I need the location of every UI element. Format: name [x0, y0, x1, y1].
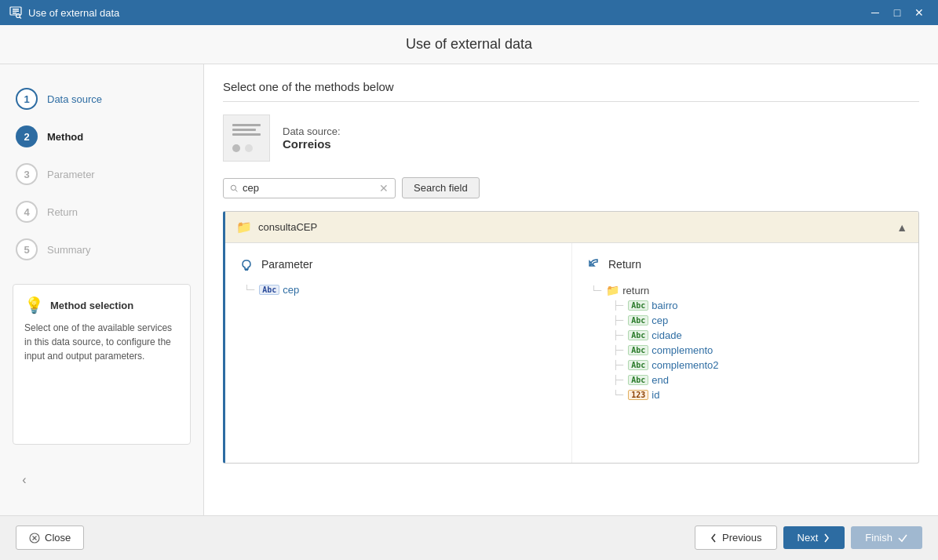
- minimize-button[interactable]: ─: [866, 3, 885, 22]
- search-row: ✕ Search field: [223, 177, 919, 198]
- close-window-button[interactable]: ✕: [910, 3, 929, 22]
- svg-rect-2: [13, 11, 19, 13]
- step-3-circle: 3: [16, 163, 38, 185]
- svg-point-6: [231, 185, 235, 190]
- parameter-icon: [238, 256, 255, 273]
- tree-item-complemento[interactable]: ├─ Abc complemento: [613, 343, 906, 358]
- parameter-column: Parameter └─ Abc cep: [225, 243, 572, 463]
- tree-item-id[interactable]: └─ 123 id: [613, 387, 906, 402]
- step-5-circle: 5: [16, 238, 38, 260]
- sidebar-collapse-button[interactable]: ‹: [13, 468, 36, 492]
- step-2-method[interactable]: 2 Method: [0, 118, 203, 155]
- close-button[interactable]: Close: [16, 525, 84, 550]
- datasource-name: Correios: [283, 137, 341, 151]
- datasource-label: Data source:: [283, 125, 341, 137]
- step-3-label: Parameter: [47, 169, 95, 180]
- tree-item-cep-return[interactable]: ├─ Abc cep: [613, 313, 906, 328]
- next-button[interactable]: Next: [783, 526, 845, 549]
- chevron-right-icon: [823, 533, 830, 544]
- svg-line-5: [20, 17, 21, 19]
- bulb-icon: 💡: [24, 296, 44, 315]
- tree-item-cidade[interactable]: ├─ Abc cidade: [613, 328, 906, 343]
- datasource-info: Data source: Correios: [223, 115, 919, 162]
- chevron-left-icon: [710, 533, 717, 544]
- svg-rect-3: [13, 13, 16, 14]
- step-3-parameter[interactable]: 3 Parameter: [0, 155, 203, 193]
- tree-return-folder[interactable]: └─ 📁 return: [591, 282, 906, 298]
- tree-item-bairro[interactable]: ├─ Abc bairro: [613, 298, 906, 313]
- datasource-icon-box: [223, 115, 270, 162]
- return-icon: [585, 256, 602, 273]
- step-1-datasource[interactable]: 1 Data source: [0, 80, 203, 118]
- svg-line-7: [235, 189, 238, 191]
- titlebar-text: Use of external data: [28, 7, 119, 19]
- app-icon: [9, 6, 22, 19]
- param-cep-label: cep: [283, 284, 299, 296]
- content-header: Select one of the methods below: [223, 80, 919, 102]
- search-input[interactable]: [243, 182, 374, 194]
- finish-button[interactable]: Finish: [851, 526, 922, 549]
- tree-item-cep-param[interactable]: └─ Abc cep: [244, 282, 559, 297]
- search-clear-button[interactable]: ✕: [379, 182, 389, 195]
- maximize-button[interactable]: □: [888, 3, 907, 22]
- return-column: Return └─ 📁 return ├─ Abc bairro: [572, 243, 918, 463]
- title-bar: Use of external data ─ □ ✕: [0, 0, 938, 25]
- search-input-wrap: ✕: [223, 178, 396, 198]
- info-box-body: Select one of the available services in …: [24, 321, 179, 363]
- search-field-button[interactable]: Search field: [402, 177, 480, 198]
- step-4-circle: 4: [16, 201, 38, 223]
- checkmark-icon: [897, 533, 908, 544]
- sidebar: 1 Data source 2 Method 3 Parameter 4 Ret…: [0, 64, 204, 515]
- folder-name: consultaCEP: [258, 221, 317, 233]
- search-icon: [230, 183, 238, 194]
- folder-icon: 📁: [236, 220, 252, 235]
- results-panel: 📁 consultaCEP ▲ Parameter: [223, 211, 919, 464]
- step-4-label: Return: [47, 206, 78, 218]
- close-circle-icon: [29, 533, 40, 544]
- previous-button[interactable]: Previous: [695, 525, 777, 550]
- results-header: 📁 consultaCEP ▲: [225, 212, 918, 243]
- svg-rect-8: [245, 269, 248, 271]
- footer: Close Previous Next Finish: [0, 515, 938, 559]
- dialog-title: Use of external data: [0, 25, 938, 64]
- return-folder-label: return: [622, 285, 649, 296]
- info-box: 💡 Method selection Select one of the ava…: [13, 284, 191, 445]
- step-5-summary[interactable]: 5 Summary: [0, 231, 203, 268]
- step-5-label: Summary: [47, 244, 91, 256]
- collapse-button[interactable]: ▲: [896, 221, 907, 234]
- content-area: Select one of the methods below Data sou…: [204, 64, 938, 515]
- info-box-title-text: Method selection: [50, 300, 133, 311]
- return-items-list: ├─ Abc bairro ├─ Abc cep ├─ Abc cida: [607, 298, 906, 402]
- svg-rect-1: [13, 9, 19, 10]
- return-col-title: Return: [585, 256, 906, 273]
- parameter-col-title: Parameter: [238, 256, 559, 273]
- step-1-circle: 1: [16, 88, 38, 110]
- tree-item-end[interactable]: ├─ Abc end: [613, 373, 906, 387]
- step-2-label: Method: [47, 131, 83, 143]
- return-folder-icon: 📁: [606, 284, 619, 296]
- step-2-circle: 2: [16, 125, 38, 147]
- step-1-label: Data source: [47, 93, 102, 105]
- step-4-return[interactable]: 4 Return: [0, 193, 203, 231]
- abc-tag-cep-param: Abc: [259, 285, 279, 295]
- results-body: Parameter └─ Abc cep: [225, 243, 918, 463]
- svg-point-4: [16, 14, 20, 18]
- tree-item-complemento2[interactable]: ├─ Abc complemento2: [613, 358, 906, 373]
